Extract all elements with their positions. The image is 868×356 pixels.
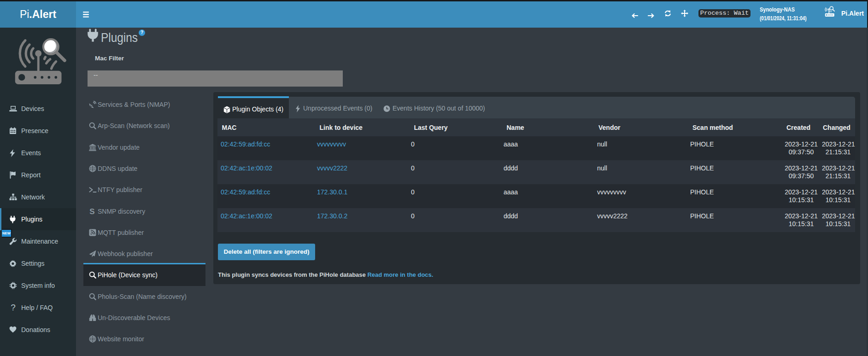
svg-text:S: S bbox=[89, 208, 94, 216]
